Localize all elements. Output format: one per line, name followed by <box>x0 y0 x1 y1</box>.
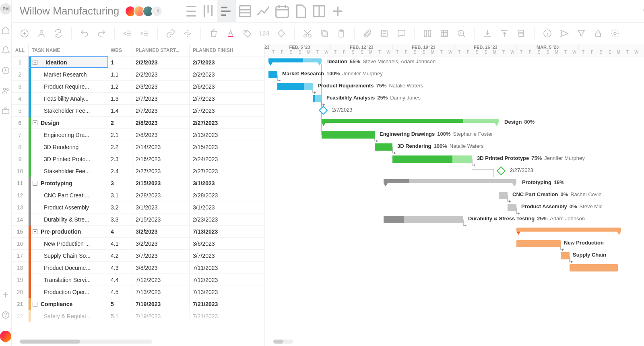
view-board-icon[interactable] <box>199 0 217 23</box>
view-sheet-icon[interactable] <box>236 0 254 23</box>
grid-icon[interactable] <box>440 29 449 38</box>
import-icon[interactable] <box>483 29 492 38</box>
grid-horizontal-scrollbar[interactable] <box>20 340 153 344</box>
send-icon[interactable] <box>559 29 569 38</box>
attach-icon[interactable] <box>363 29 372 38</box>
view-add-icon[interactable] <box>328 0 347 23</box>
gantt-milestone[interactable] <box>497 166 506 176</box>
task-name-cell[interactable]: Product Require... <box>29 81 108 92</box>
gantt-bar[interactable] <box>268 71 277 78</box>
task-row[interactable]: 18 Product Docume... 4.3 3/8/2023 7/11/2… <box>12 262 264 274</box>
redo-icon[interactable] <box>97 29 106 38</box>
refresh-icon[interactable] <box>54 29 63 38</box>
gantt-bar[interactable] <box>384 216 463 223</box>
zoom-icon[interactable] <box>456 29 466 38</box>
task-name-cell[interactable]: − Prototyping <box>29 177 108 189</box>
trash-icon[interactable] <box>209 29 219 38</box>
task-row[interactable]: 3 Product Require... 1.2 2/3/2023 2/6/20… <box>12 81 264 93</box>
columns-icon[interactable] <box>423 29 432 38</box>
indent-icon[interactable] <box>140 29 149 38</box>
col-finish[interactable]: PLANNED FINISH <box>190 44 247 56</box>
task-row[interactable]: 21 − Compliance 5 7/19/2023 7/21/2023 <box>12 298 264 310</box>
task-name-cell[interactable]: New Production ... <box>29 238 108 249</box>
task-row[interactable]: 7 Engineering Dra... 2.1 2/8/2023 2/13/2… <box>12 129 264 141</box>
gantt-bar[interactable] <box>499 192 508 199</box>
gantt-body[interactable]: Ideation65%Steve Michaels, Adam JohnsonM… <box>264 56 644 346</box>
export-icon[interactable] <box>500 29 509 38</box>
task-row[interactable]: 12 CNC Part Creati... 3.1 2/28/2023 2/28… <box>12 189 264 201</box>
gantt-bar[interactable] <box>561 252 570 259</box>
task-name-cell[interactable]: Stakeholder Fee... <box>29 165 108 177</box>
task-row[interactable]: 15 − Pre-production 4 3/2/2023 7/13/2023 <box>12 226 264 238</box>
assign-icon[interactable] <box>37 29 46 38</box>
gear-icon[interactable] <box>610 29 620 38</box>
briefcase-icon[interactable] <box>1 106 10 115</box>
task-name-cell[interactable]: Product Assembly <box>29 201 108 213</box>
gantt-bar[interactable] <box>322 119 499 123</box>
gantt-bar[interactable] <box>277 83 313 90</box>
view-calendar-icon[interactable] <box>273 0 291 23</box>
task-row[interactable]: 10 Stakeholder Fee... 2.4 2/27/2023 2/27… <box>12 165 264 177</box>
task-row[interactable]: 8 3D Rendering 2.2 2/14/2023 2/15/2023 <box>12 141 264 153</box>
tag-icon[interactable] <box>243 29 252 38</box>
note-icon[interactable] <box>380 29 389 38</box>
gantt-bar[interactable] <box>516 228 621 232</box>
scrollbar-thumb[interactable] <box>273 340 283 344</box>
home-icon[interactable] <box>1 26 10 35</box>
task-name-cell[interactable]: − Design <box>29 117 108 128</box>
gantt-bar[interactable] <box>508 204 516 211</box>
task-row[interactable]: 5 Stakeholder Fee... 1.4 2/7/2023 2/7/20… <box>12 105 264 117</box>
renumber-icon[interactable]: 123 <box>260 29 269 38</box>
task-name-cell[interactable]: 3D Printed Proto... <box>29 153 108 165</box>
collapse-toggle-icon[interactable]: − <box>33 60 37 65</box>
view-panel-icon[interactable] <box>310 0 328 23</box>
task-row[interactable]: 6 − Design 2 2/8/2023 2/27/2023 <box>12 117 264 129</box>
task-name-cell[interactable]: Supply Chain So... <box>29 250 108 261</box>
link-icon[interactable] <box>166 29 175 38</box>
task-name-cell[interactable]: − Compliance <box>29 298 108 310</box>
task-row[interactable]: 1 − Ideation 1 2/2/2023 2/7/2023 <box>12 56 264 68</box>
task-name-cell[interactable]: − Pre-production <box>29 226 108 237</box>
task-row[interactable]: 9 3D Printed Proto... 2.3 2/16/2023 2/24… <box>12 153 264 165</box>
view-list-icon[interactable] <box>180 0 199 23</box>
task-row[interactable]: 2 Market Research 1.1 2/2/2023 2/2/2023 <box>12 68 264 81</box>
gantt-bar[interactable] <box>516 240 561 247</box>
people-stack[interactable]: +6 <box>127 6 163 17</box>
collapse-toggle-icon[interactable]: − <box>33 120 37 125</box>
task-row[interactable]: 17 Supply Chain So... 4.2 3/7/2023 3/7/2… <box>12 250 264 262</box>
collapse-toggle-icon[interactable]: − <box>33 229 37 234</box>
text-color-icon[interactable] <box>226 29 235 38</box>
gantt-bar[interactable] <box>384 179 516 183</box>
gantt-milestone[interactable] <box>319 106 328 115</box>
gantt-bar[interactable] <box>570 264 618 271</box>
people-icon[interactable] <box>1 86 10 95</box>
gantt-bar[interactable] <box>322 131 375 139</box>
info-icon[interactable] <box>543 29 552 38</box>
gantt-bar[interactable] <box>313 95 322 102</box>
task-name-cell[interactable]: 3D Rendering <box>29 141 108 153</box>
comment-icon[interactable] <box>396 29 406 38</box>
task-row[interactable]: 11 − Prototyping 3 2/15/2023 3/1/2023 <box>12 177 264 189</box>
task-row[interactable]: 13 Product Assembly 3.2 3/1/2023 3/1/202… <box>12 201 264 213</box>
task-name-cell[interactable]: Durability & Stre... <box>29 213 108 225</box>
search-icon[interactable] <box>642 6 644 17</box>
collapse-toggle-icon[interactable]: − <box>33 302 37 307</box>
gantt-horizontal-scrollbar[interactable] <box>273 340 293 344</box>
view-file-icon[interactable] <box>291 0 310 23</box>
gantt-bar[interactable] <box>392 155 472 163</box>
task-name-cell[interactable]: Production Oper... <box>29 286 108 298</box>
task-row[interactable]: 19 Translation Servi... 4.4 7/12/2023 7/… <box>12 274 264 286</box>
task-row[interactable]: 20 Production Oper... 4.5 7/13/2023 7/13… <box>12 286 264 298</box>
task-name-cell[interactable]: − Ideation <box>29 56 108 68</box>
task-row[interactable]: 16 New Production ... 4.1 3/2/2023 3/6/2… <box>12 238 264 250</box>
task-name-cell[interactable]: Market Research <box>29 68 108 80</box>
lock-icon[interactable] <box>593 29 603 38</box>
filter-icon[interactable] <box>576 29 586 38</box>
task-row[interactable]: 14 Durability & Stre... 3.3 2/15/2023 2/… <box>12 213 264 226</box>
view-gantt-icon[interactable] <box>217 0 236 23</box>
cut-icon[interactable] <box>303 29 312 38</box>
task-name-cell[interactable]: CNC Part Creati... <box>29 189 108 201</box>
gantt-bar[interactable] <box>375 143 392 151</box>
undo-icon[interactable] <box>80 29 89 38</box>
task-row[interactable]: 22 Safety & Regulat... 5.1 7/19/2023 7/2… <box>12 310 264 322</box>
